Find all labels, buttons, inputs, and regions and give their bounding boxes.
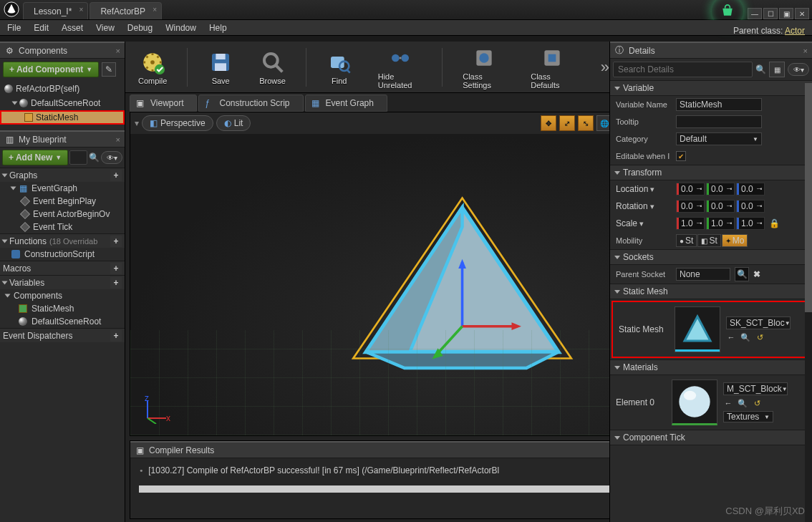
menu-file[interactable]: File — [7, 23, 21, 33]
menu-window[interactable]: Window — [165, 23, 196, 33]
add-component-button[interactable]: + Add Component▼ — [3, 62, 99, 77]
use-selected-button[interactable]: ← — [723, 398, 733, 408]
components-panel-header[interactable]: ⚙ Components× — [0, 42, 125, 59]
clear-socket-button[interactable]: ✖ — [753, 269, 760, 279]
add-function-button[interactable]: + — [110, 236, 122, 247]
variable-defaultsceneroot[interactable]: DefaultSceneRoot — [0, 315, 125, 328]
details-panel-header[interactable]: ⓘDetails× — [610, 42, 812, 59]
blueprint-search-input[interactable] — [69, 150, 87, 165]
material-thumbnail[interactable] — [672, 380, 717, 425]
details-scrollbar[interactable] — [805, 83, 812, 522]
graph-eventgraph[interactable]: ▦EventGraph — [0, 182, 125, 195]
menu-edit[interactable]: Edit — [34, 23, 49, 33]
details-view-options[interactable]: 👁▾ — [788, 63, 809, 76]
app-tab-lesson[interactable]: Lesson_I*× — [23, 2, 88, 19]
expand-icon[interactable] — [2, 281, 8, 284]
tab-construction[interactable]: ƒConstruction Scrip — [198, 95, 303, 112]
select-mode-button[interactable]: ✥ — [541, 115, 556, 131]
pick-socket-button[interactable]: 🔍 — [735, 267, 749, 281]
viewport-options-button[interactable]: ▾ — [135, 118, 139, 128]
rotation-z-input[interactable]: 0.0⭲ — [736, 200, 765, 213]
expand-icon[interactable] — [614, 171, 620, 175]
expand-icon[interactable] — [614, 256, 620, 259]
search-icon[interactable]: 🔍 — [755, 64, 766, 74]
app-tab-refactor[interactable]: RefActorBP× — [90, 2, 162, 19]
function-constructionscript[interactable]: ConstructionScript — [0, 248, 125, 261]
search-icon[interactable]: 🔍 — [89, 153, 100, 163]
tooltip-input[interactable] — [676, 115, 762, 128]
section-sockets[interactable]: Sockets — [610, 249, 812, 265]
close-window-button[interactable]: ✕ — [795, 8, 809, 19]
section-materials[interactable]: Materials — [610, 359, 812, 375]
mobility-static[interactable]: ● St — [676, 234, 697, 247]
category-combo[interactable]: Default▼ — [676, 132, 762, 145]
menu-view[interactable]: View — [96, 23, 115, 33]
close-icon[interactable]: × — [153, 6, 157, 14]
hide-unrelated-button[interactable]: Hide Unrelated — [372, 42, 428, 92]
section-variables[interactable]: Variables+ — [0, 275, 125, 289]
lit-button[interactable]: ◐Lit — [216, 115, 251, 131]
menu-help[interactable]: Help — [209, 23, 227, 33]
save-button[interactable]: Save — [202, 47, 239, 88]
property-matrix-button[interactable]: ▦ — [769, 62, 785, 77]
maximize2-button[interactable]: ▣ — [779, 8, 793, 19]
expand-icon[interactable] — [614, 290, 620, 294]
compile-button[interactable]: Compile — [132, 47, 173, 88]
expand-icon[interactable] — [12, 102, 18, 105]
mobility-movable[interactable]: ✦ Mo — [722, 234, 748, 247]
event-beginplay[interactable]: Event BeginPlay — [0, 195, 125, 208]
add-macro-button[interactable]: + — [110, 263, 122, 274]
scale-x-input[interactable]: 1.0⭲ — [676, 217, 705, 230]
expand-icon[interactable] — [614, 436, 620, 440]
section-static-mesh[interactable]: Static Mesh — [610, 284, 812, 299]
expand-icon[interactable] — [614, 87, 620, 90]
browse-button[interactable]: Browse — [253, 47, 291, 88]
section-variable[interactable]: Variable — [610, 80, 812, 96]
location-x-input[interactable]: 0.0⭲ — [676, 183, 705, 195]
rotation-x-input[interactable]: 0.0⭲ — [676, 200, 705, 213]
scale-mode-button[interactable]: ⤡ — [578, 115, 594, 131]
event-tick[interactable]: Event Tick — [0, 221, 125, 233]
add-graph-button[interactable]: + — [110, 170, 122, 181]
parent-socket-input[interactable]: None — [676, 268, 730, 281]
mesh-thumbnail[interactable] — [675, 306, 720, 352]
perspective-button[interactable]: ◧Perspective — [142, 115, 213, 131]
close-icon[interactable]: × — [803, 47, 808, 55]
expand-icon[interactable] — [11, 187, 16, 190]
scale-y-input[interactable]: 1.0⭲ — [706, 217, 735, 230]
class-defaults-button[interactable]: Class Defaults — [525, 42, 579, 92]
view-options-button[interactable]: 👁▾ — [101, 151, 122, 164]
textures-combo[interactable]: Textures▼ — [723, 411, 773, 422]
expand-icon[interactable] — [614, 366, 620, 369]
minimize-button[interactable]: — — [748, 8, 762, 19]
add-new-button[interactable]: + Add New▼ — [2, 150, 68, 165]
parent-class-link[interactable]: Actor — [785, 26, 805, 36]
browse-asset-button[interactable]: 🔍 — [740, 332, 750, 342]
reset-asset-button[interactable]: ↺ — [755, 332, 765, 342]
add-variable-button[interactable]: + — [110, 277, 122, 289]
section-event-dispatchers[interactable]: Event Dispatchers+ — [0, 328, 125, 342]
location-y-input[interactable]: 0.0⭲ — [706, 183, 735, 195]
tab-eventgraph[interactable]: ▦Event Graph — [305, 95, 387, 112]
menu-asset[interactable]: Asset — [62, 23, 83, 33]
mobility-stationary[interactable]: ◧ St — [697, 234, 720, 247]
section-functions[interactable]: Functions(18 Overridab+ — [0, 233, 125, 248]
translate-mode-button[interactable]: ⤢ — [559, 115, 575, 131]
component-static-mesh[interactable]: StaticMesh — [0, 110, 125, 125]
browse-asset-button[interactable]: 🔍 — [738, 398, 748, 408]
expand-icon[interactable] — [5, 294, 11, 298]
find-button[interactable]: Find — [321, 47, 358, 88]
section-transform[interactable]: Transform — [610, 165, 812, 180]
material-asset-combo[interactable]: M_SCT_Block▼ — [723, 382, 788, 395]
section-component-tick[interactable]: Component Tick — [610, 430, 812, 445]
section-graphs[interactable]: Graphs+ — [0, 168, 125, 182]
maximize-button[interactable]: ☐ — [763, 8, 778, 19]
scale-z-input[interactable]: 1.0⭲ — [736, 217, 765, 230]
close-icon[interactable]: × — [79, 6, 84, 14]
edit-blueprint-button[interactable]: ✎ — [102, 62, 116, 77]
details-search-input[interactable] — [613, 62, 753, 77]
add-dispatcher-button[interactable]: + — [110, 330, 122, 342]
variable-staticmesh[interactable]: StaticMesh — [0, 302, 125, 315]
section-macros[interactable]: Macros+ — [0, 261, 125, 275]
mesh-asset-combo[interactable]: SK_SCT_Bloc▼ — [726, 316, 791, 329]
